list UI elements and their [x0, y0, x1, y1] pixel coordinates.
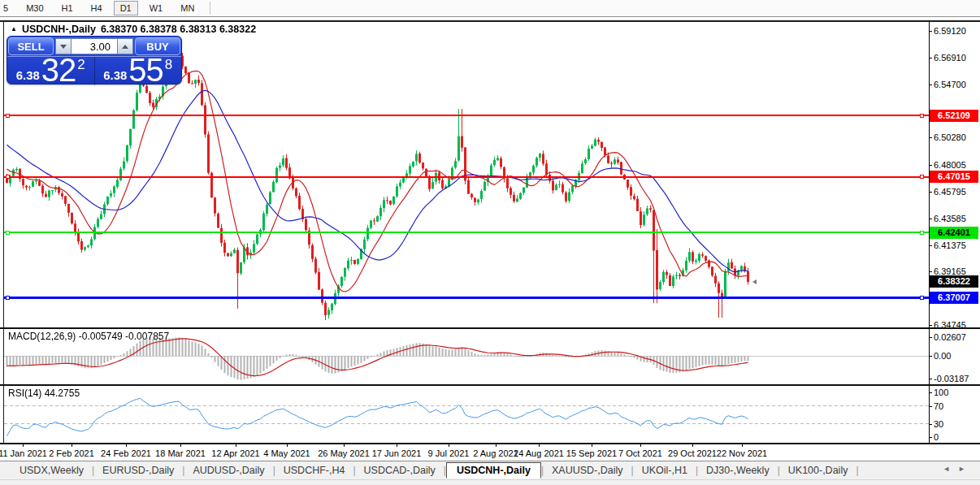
timeframe-button-5[interactable]: 5 [0, 1, 15, 15]
current-bar-marker [752, 279, 757, 284]
x-axis-date-label: 17 Jun 2021 [372, 448, 422, 458]
triangle-up-icon [122, 45, 128, 49]
line-handle-right[interactable] [920, 296, 924, 300]
tab-usdcad-daily[interactable]: USDCAD-,Daily [356, 463, 444, 478]
y-axis-tick-label: 6.45795 [934, 187, 966, 197]
tab-eurusd-daily[interactable]: EURUSD-,Daily [94, 463, 182, 478]
tab-audusd-daily[interactable]: AUDUSD-,Daily [184, 463, 272, 478]
x-axis-date-label: 11 Jan 2021 [0, 448, 47, 458]
x-axis-date-label: 4 May 2021 [263, 448, 310, 458]
timeframe-button-w1[interactable]: W1 [143, 1, 170, 15]
current-price-badge: 6.38322 [930, 275, 978, 288]
timeframe-button-h4[interactable]: H4 [85, 1, 109, 15]
y-axis-tick-label: 6.59120 [934, 26, 966, 36]
status-strip [0, 479, 980, 485]
tab-scroll-buttons: ◄ ► [943, 465, 965, 473]
tab-separator: | [856, 465, 858, 476]
y-axis-tick-label: 6.43585 [934, 214, 966, 223]
x-axis-date-label: 29 Oct 2021 [668, 448, 717, 458]
tab-usdx-weekly[interactable]: USDX,Weekly [11, 463, 92, 478]
timeframe-button-d1[interactable]: D1 [114, 1, 138, 15]
line-handle-left[interactable] [6, 296, 10, 300]
rsi-tick-label: 0 [934, 432, 939, 442]
x-axis-date-label: 26 May 2021 [318, 448, 370, 458]
horizontal-line-6.42401[interactable] [4, 232, 929, 233]
timeframe-toolbar: 5M30H1H4D1W1MN [0, 0, 980, 17]
x-axis-date-label: 24 Feb 2021 [101, 448, 151, 458]
horizontal-line-6.52109[interactable] [4, 115, 929, 116]
sell-price-display[interactable]: 6.38322 [7, 57, 95, 85]
buy-price-sup: 8 [165, 58, 172, 71]
tab-dj30-weekly[interactable]: DJ30-,Weekly [698, 463, 778, 478]
rsi-indicator-canvas[interactable] [4, 386, 929, 443]
timeframe-button-mn[interactable]: MN [174, 1, 201, 15]
chart-symbol-label: USDCNH-,Daily [22, 24, 96, 35]
line-handle-left[interactable] [6, 175, 10, 179]
line-handle-left[interactable] [6, 231, 10, 235]
mt4-window: 5M30H1H4D1W1MN 6.591206.569106.547006.50… [0, 0, 980, 485]
y-axis-tick-label: 6.50280 [934, 132, 966, 142]
horizontal-line-6.37007[interactable] [4, 297, 929, 299]
one-click-trading-panel: SELL 3.00 BUY 6.38322 6.38558 [7, 36, 182, 84]
macd-label: MACD(12,26,9) -0.005749 -0.007857 [8, 331, 169, 342]
chart-area: 6.591206.569106.547006.502806.480056.457… [0, 20, 980, 460]
rsi-name: RSI(14) [8, 388, 41, 399]
rsi-label: RSI(14) 44.2755 [8, 388, 80, 399]
sell-price-sup: 2 [77, 58, 85, 71]
tab-usdcnh-daily[interactable]: USDCNH-,Daily [446, 462, 541, 479]
chart-ohlc-values: 6.38370 6.38378 6.38313 6.38322 [101, 24, 256, 35]
rsi-value: 44.2755 [45, 388, 80, 399]
y-axis-tick-label: 6.48005 [934, 160, 966, 170]
macd-tick-label: 0.00 [934, 351, 951, 361]
rsi-tick-label: 100 [934, 388, 948, 397]
sell-price-big: 32 [41, 57, 76, 83]
x-axis-date-label: 15 Sep 2021 [566, 448, 617, 458]
triangle-down-icon [60, 45, 67, 49]
x-axis-date-label: 7 Oct 2021 [618, 448, 662, 458]
line-handle-right[interactable] [920, 231, 924, 235]
price-line-badge: 6.37007 [930, 292, 978, 304]
tab-usdchf-h4[interactable]: USDCHF-,H4 [275, 463, 353, 478]
toolbar-separator [210, 2, 210, 15]
x-axis-date-label: 12 Apr 2021 [211, 448, 259, 458]
y-axis-tick-label: 6.56910 [934, 53, 966, 63]
macd-name: MACD(12,26,9) [8, 331, 76, 342]
line-handle-right[interactable] [920, 175, 924, 179]
rsi-tick-label: 30 [934, 419, 943, 429]
price-line-badge: 6.52109 [930, 110, 978, 122]
tab-ukoil-h1[interactable]: UKOil-,H1 [634, 463, 696, 478]
timeframe-button-m30[interactable]: M30 [20, 1, 50, 15]
tab-scroll-left-icon[interactable]: ◄ [943, 465, 950, 473]
volume-input[interactable]: 3.00 [72, 38, 117, 54]
chart-title: ▲ USDCNH-,Daily 6.38370 6.38378 6.38313 … [11, 24, 256, 35]
timeframe-button-h1[interactable]: H1 [55, 1, 80, 15]
pane-separator-macd[interactable] [0, 327, 980, 329]
price-line-badge: 6.42401 [930, 227, 978, 239]
line-handle-right[interactable] [920, 114, 924, 118]
x-axis-date-label: 18 Mar 2021 [155, 448, 206, 458]
tab-scroll-right-icon[interactable]: ► [958, 465, 965, 473]
buy-price-prefix: 6.38 [103, 68, 127, 83]
x-axis-date-label: 2 Aug 2021 [473, 448, 518, 458]
horizontal-line-6.47015[interactable] [4, 176, 929, 178]
rsi-tick-label: 70 [934, 401, 943, 411]
x-axis-date-label: 2 Feb 2021 [49, 448, 94, 458]
pane-separator-dates [0, 443, 980, 444]
y-axis-tick-label: 6.41375 [934, 240, 966, 250]
x-axis-date-label: 22 Nov 2021 [717, 448, 767, 458]
pane-separator-rsi[interactable] [0, 384, 980, 386]
sell-price-prefix: 6.38 [16, 68, 40, 83]
line-handle-left[interactable] [6, 114, 10, 118]
chart-tab-bar: USDX,Weekly|EURUSD-,Daily|AUDUSD-,Daily|… [0, 461, 980, 479]
collapse-arrow-icon[interactable]: ▲ [11, 25, 17, 32]
price-line-badge: 6.47015 [930, 171, 978, 183]
x-axis-date-label: 24 Aug 2021 [514, 448, 564, 458]
macd-tick-label: -0.03187 [934, 374, 969, 383]
buy-price-display[interactable]: 6.38558 [95, 57, 182, 85]
macd-values: -0.005749 -0.007857 [79, 331, 169, 342]
tab-uk100-daily[interactable]: UK100-,Daily [780, 463, 856, 478]
price-axis-line [929, 20, 930, 444]
y-axis-tick-label: 6.54700 [934, 80, 966, 89]
macd-tick-label: 0.02607 [934, 332, 966, 342]
tab-xauusd-daily[interactable]: XAUUSD-,Daily [544, 463, 631, 478]
